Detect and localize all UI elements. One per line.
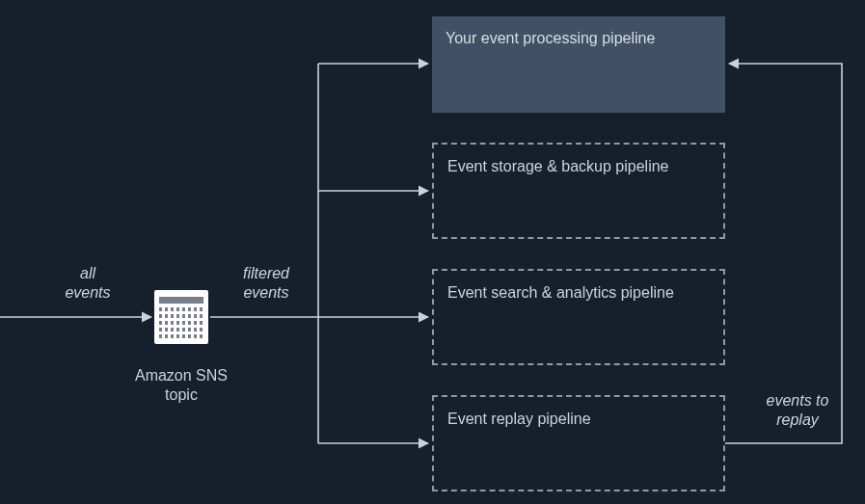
label-all-events: all events (54, 264, 122, 303)
sns-topic-icon (154, 290, 208, 344)
box-replay-pipeline: Event replay pipeline (432, 395, 725, 491)
box-storage-pipeline-label: Event storage & backup pipeline (447, 158, 668, 174)
sns-topic-caption: Amazon SNS topic (114, 366, 249, 405)
box-replay-pipeline-label: Event replay pipeline (447, 411, 591, 427)
box-processing-pipeline: Your event processing pipeline (432, 16, 725, 113)
label-events-to-replay: events to replay (754, 391, 841, 430)
box-storage-pipeline: Event storage & backup pipeline (432, 143, 725, 239)
diagram-stage: all events filtered events events to rep… (0, 0, 865, 504)
box-analytics-pipeline: Event search & analytics pipeline (432, 269, 725, 365)
arrow-events-to-replay (725, 64, 842, 443)
label-filtered-events: filtered events (232, 264, 300, 303)
box-processing-pipeline-label: Your event processing pipeline (446, 30, 655, 46)
box-analytics-pipeline-label: Event search & analytics pipeline (447, 284, 674, 301)
